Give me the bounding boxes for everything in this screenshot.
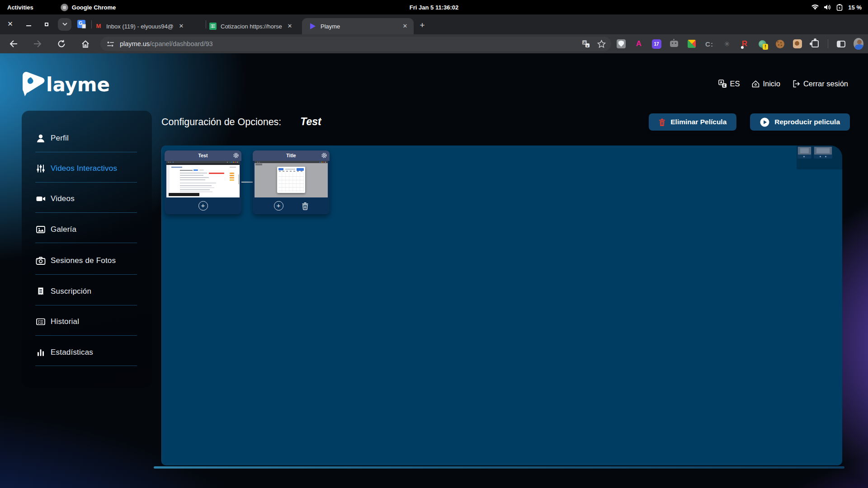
language-label: ES (730, 80, 740, 88)
sidebar-item-videos[interactable]: Videos (22, 190, 152, 208)
sidebar-item-videos-interactivos[interactable]: Videos Interactivos (22, 160, 152, 178)
cookie-extension-icon[interactable] (775, 39, 785, 49)
play-movie-label: Reproducir pelicula (774, 118, 840, 126)
side-panel-icon[interactable] (836, 39, 846, 49)
play-circle-icon (760, 117, 769, 127)
sidebar-item-perfil[interactable]: Perfil (22, 129, 152, 147)
gallery-icon (35, 224, 46, 235)
toolbar-separator (828, 39, 828, 48)
robot-extension-icon[interactable] (669, 39, 679, 49)
home-link[interactable]: Inicio (751, 80, 780, 88)
node-title: Test (165, 153, 241, 158)
add-option-icon[interactable]: + (274, 201, 283, 211)
globe-alert-extension-icon[interactable] (757, 39, 767, 49)
delete-movie-button[interactable]: Eliminar Película (649, 113, 736, 131)
sidebar-label: Estadísticas (51, 348, 93, 357)
tab-inbox-label: Inbox (119) - elyouus94@ (106, 23, 174, 30)
playme-page: layme ES Inicio Cerrar sesión Perfil (0, 53, 868, 488)
sidebar-label: Historial (51, 317, 79, 326)
window-close-button[interactable]: ✕ (7, 20, 14, 27)
photos-extension-icon[interactable] (687, 39, 697, 49)
window-minimize-button[interactable] (26, 20, 32, 27)
pinned-tab-translate[interactable] (77, 20, 85, 28)
reload-button[interactable] (56, 38, 67, 49)
cookie-editor-extension-icon[interactable] (793, 39, 802, 49)
sidebar-item-sesiones[interactable]: Sesiones de Fotos (22, 252, 152, 270)
chrome-toolbar: playme.us/cpanel/dashboard/93 Ax A 17 C:… (0, 34, 868, 53)
tab-cotizacion-label: Cotizacion https://horse (221, 23, 282, 30)
wifi-icon (811, 4, 819, 10)
tab-playme[interactable]: Playme ✕ (302, 18, 414, 34)
extension-badge-17-icon[interactable]: 17 (651, 39, 661, 49)
window-restore-button[interactable] (45, 23, 48, 26)
page-heading: Configuración de Opciones: Test (161, 116, 321, 128)
tab-close-icon[interactable]: ✕ (287, 23, 293, 29)
battery-percent: 15 % (848, 4, 862, 11)
sidebar-item-historial[interactable]: Historial (22, 313, 152, 331)
node-header[interactable]: Title (253, 150, 330, 161)
ublock-shield-icon[interactable] (616, 39, 626, 49)
gear-icon[interactable] (233, 152, 239, 160)
system-tray[interactable]: 15 % (811, 4, 862, 11)
node-header[interactable]: Test (165, 150, 241, 161)
clock[interactable]: Fri Jan 5 11:36:02 (410, 4, 458, 11)
sidebar-label: Videos (51, 194, 75, 203)
sidebar-item-estadisticas[interactable]: Estadísticas (22, 343, 152, 361)
profile-avatar[interactable] (854, 39, 863, 49)
home-button[interactable] (80, 38, 91, 49)
back-button[interactable] (8, 38, 19, 49)
node-thumbnail (166, 161, 240, 197)
translate-page-icon[interactable]: Ax (582, 40, 590, 48)
focused-app-menu[interactable]: Google Chrome (61, 4, 116, 11)
battery-icon (836, 4, 844, 11)
address-bar[interactable]: playme.us/cpanel/dashboard/93 Ax (100, 37, 611, 51)
site-info-icon[interactable] (107, 40, 114, 48)
extension-a-icon[interactable]: A (634, 39, 644, 49)
chrome-app-icon (61, 4, 68, 11)
gmail-icon (95, 23, 102, 30)
tab-separator (206, 20, 206, 28)
tab-playme-label: Playme (321, 23, 340, 30)
add-option-icon[interactable]: + (198, 201, 208, 211)
sidebar-divider (35, 274, 137, 275)
chrome-tab-bar: ✕ Inbox (119) - elyouus94@ ✕ Cotizacion … (0, 14, 868, 34)
translate-icon (718, 80, 727, 88)
tab-inbox[interactable]: Inbox (119) - elyouus94@ ✕ (95, 18, 203, 34)
forward-button[interactable] (32, 38, 43, 49)
node-card-title[interactable]: Title + (253, 150, 330, 214)
colorzilla-icon[interactable]: C: (704, 39, 714, 49)
new-tab-button[interactable]: + (418, 21, 427, 30)
bookmark-star-icon[interactable] (597, 40, 606, 48)
logout-link[interactable]: Cerrar sesión (792, 80, 848, 88)
translate-favicon (77, 20, 85, 28)
delete-movie-label: Eliminar Película (670, 118, 726, 126)
trash-icon (659, 118, 665, 126)
user-icon (35, 133, 46, 144)
delete-node-icon[interactable] (302, 202, 309, 210)
sidebar-divider (35, 366, 137, 366)
focused-app-name: Google Chrome (72, 4, 116, 11)
bug-extension-icon[interactable]: ✳ (722, 39, 732, 49)
sidebar-label: Galería (51, 225, 76, 234)
sidebar-item-galeria[interactable]: Galería (22, 221, 152, 239)
language-switcher[interactable]: ES (718, 80, 740, 88)
play-movie-button[interactable]: Reproducir pelicula (750, 113, 850, 131)
scraper-extension-icon[interactable]: R (740, 39, 750, 49)
home-icon (751, 80, 760, 88)
logout-icon (792, 80, 801, 88)
tab-close-icon[interactable]: ✕ (178, 23, 184, 29)
tab-close-icon[interactable]: ✕ (402, 23, 408, 29)
sidebar-item-suscripcion[interactable]: Suscripción (22, 282, 152, 300)
gear-icon[interactable] (321, 152, 327, 160)
flow-canvas[interactable]: Test (161, 145, 842, 465)
svg-text:x: x (586, 44, 589, 48)
playme-logo[interactable]: layme (21, 70, 125, 99)
canvas-scrollbar[interactable] (154, 466, 844, 469)
sidebar-divider (35, 305, 137, 305)
tab-cotizacion[interactable]: Cotizacion https://horse ✕ (209, 18, 300, 34)
activities-button[interactable]: Activities (7, 4, 33, 11)
node-card-test[interactable]: Test (165, 150, 241, 214)
tab-search-button[interactable] (58, 18, 71, 31)
canvas-minimap[interactable] (797, 145, 842, 169)
extensions-puzzle-icon[interactable] (810, 39, 820, 49)
